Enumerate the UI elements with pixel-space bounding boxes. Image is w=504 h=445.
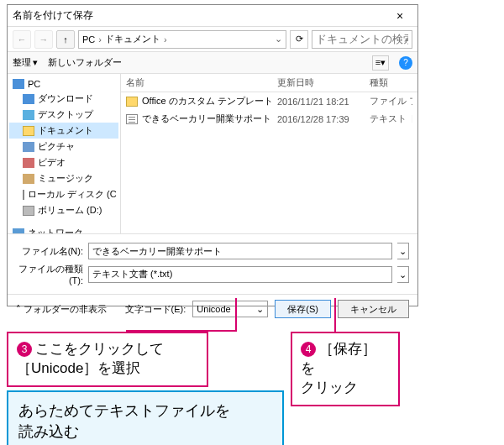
nav-bar: ← → ↑ PC › ドキュメント › ⌄ ⟳ [8, 27, 417, 52]
network-icon [13, 228, 24, 234]
tree-downloads[interactable]: ダウンロード [9, 91, 118, 107]
tree-documents[interactable]: ドキュメント [9, 123, 118, 139]
callout-4: 4［保存］を クリック [291, 332, 400, 406]
up-button[interactable]: ↑ [56, 30, 75, 49]
disk-icon [23, 190, 24, 200]
chevron-down-icon: ▾ [33, 57, 38, 68]
filetype-dropdown[interactable]: ⌄ [397, 266, 409, 283]
chevron-down-icon: ⌄ [256, 304, 264, 315]
fields: ファイル名(N): ⌄ ファイルの種類(T): ⌄ [8, 233, 417, 294]
file-date: 2016/12/28 17:39 [277, 114, 370, 124]
text-file-icon [126, 114, 138, 124]
close-icon[interactable]: × [387, 9, 412, 23]
file-list: 名前 更新日時 種類 Office のカスタム テンプレート2016/11/21… [121, 74, 417, 233]
tree-disk-d[interactable]: ボリューム (D:) [9, 202, 118, 218]
pc-icon [13, 79, 24, 89]
filename-dropdown[interactable]: ⌄ [397, 243, 409, 259]
tree-network[interactable]: ネットワーク [9, 225, 118, 233]
disk-icon [23, 206, 34, 216]
callout-badge: 3 [17, 342, 32, 357]
pictures-icon [23, 142, 34, 152]
note-text: あらためてテキストファイルを 読み込む [18, 402, 230, 440]
tree-disk-c[interactable]: ローカル ディスク (C [9, 186, 118, 202]
file-type: テキスト ド [370, 113, 412, 125]
tree-pictures[interactable]: ピクチャ [9, 139, 118, 154]
list-item[interactable]: できるベーカリー開業サポート2016/12/28 17:39テキスト ド [121, 110, 417, 128]
forward-button: → [34, 30, 53, 49]
list-item[interactable]: Office のカスタム テンプレート2016/11/21 18:21ファイル … [121, 92, 417, 110]
breadcrumb[interactable]: PC › ドキュメント › ⌄ [78, 30, 286, 49]
chevron-right-icon: › [98, 34, 102, 44]
view-button[interactable]: ≡▾ [372, 55, 389, 71]
callout-leader [334, 298, 336, 332]
new-folder-button[interactable]: 新しいフォルダー [48, 56, 122, 69]
window-title: 名前を付けて保存 [13, 8, 387, 23]
tree-music[interactable]: ミュージック [9, 170, 118, 186]
chevron-right-icon: › [164, 34, 167, 44]
folder-icon [126, 97, 138, 107]
file-name: できるベーカリー開業サポート [142, 113, 271, 125]
refresh-button[interactable]: ⟳ [290, 30, 308, 49]
bc-documents[interactable]: ドキュメント [105, 33, 160, 45]
encoding-select[interactable]: Unicode⌄ [192, 301, 268, 317]
file-date: 2016/11/21 18:21 [277, 97, 370, 107]
file-name: Office のカスタム テンプレート [142, 95, 273, 107]
filename-input[interactable] [88, 243, 392, 259]
nav-tree: PC ダウンロード デスクトップ ドキュメント ピクチャ ビデオ ミュージック … [8, 74, 121, 233]
callout-3: 3ここをクリックして ［Unicode］を選択 [7, 332, 208, 387]
bottom-bar: ˄ フォルダーの非表示 文字コード(E): Unicode⌄ 保存(S) キャン… [8, 294, 417, 323]
filename-label: ファイル名(N): [16, 245, 83, 258]
folder-icon [23, 126, 34, 136]
col-date[interactable]: 更新日時 [277, 76, 370, 89]
chevron-down-icon[interactable]: ⌄ [275, 34, 282, 44]
music-icon [23, 174, 34, 184]
encoding-label: 文字コード(E): [125, 303, 186, 316]
toolbar: 整理 ▾ 新しいフォルダー ≡▾ ? [8, 52, 417, 74]
search-input[interactable] [312, 30, 412, 49]
organize-menu[interactable]: 整理 ▾ [13, 56, 38, 69]
callout-text: ここをクリックして ［Unicode］を選択 [17, 341, 164, 376]
titlebar: 名前を付けて保存 × [8, 5, 417, 27]
save-button[interactable]: 保存(S) [275, 300, 331, 318]
help-icon[interactable]: ? [399, 56, 412, 70]
tree-pc[interactable]: PC [9, 77, 118, 91]
bc-pc[interactable]: PC [82, 34, 95, 44]
callout-badge: 4 [301, 342, 316, 357]
col-name[interactable]: 名前 [126, 76, 277, 89]
col-type[interactable]: 種類 [370, 76, 412, 89]
file-type: ファイル フォ [370, 95, 412, 107]
tree-desktop[interactable]: デスクトップ [9, 107, 118, 123]
desktop-icon [23, 110, 34, 120]
filetype-select[interactable] [88, 266, 392, 283]
list-header: 名前 更新日時 種類 [121, 74, 417, 92]
tree-videos[interactable]: ビデオ [9, 154, 118, 170]
hide-folders-toggle[interactable]: ˄ フォルダーの非表示 [16, 303, 107, 316]
chevron-up-icon: ˄ [16, 304, 21, 315]
callout-leader [235, 298, 237, 332]
video-icon [23, 158, 34, 168]
filetype-label: ファイルの種類(T): [16, 263, 83, 285]
cancel-button[interactable]: キャンセル [338, 300, 409, 318]
save-dialog: 名前を付けて保存 × ← → ↑ PC › ドキュメント › ⌄ ⟳ 整理 ▾ … [7, 4, 418, 306]
note-box: あらためてテキストファイルを 読み込む [7, 390, 284, 445]
back-button: ← [13, 30, 31, 49]
download-icon [23, 94, 34, 104]
